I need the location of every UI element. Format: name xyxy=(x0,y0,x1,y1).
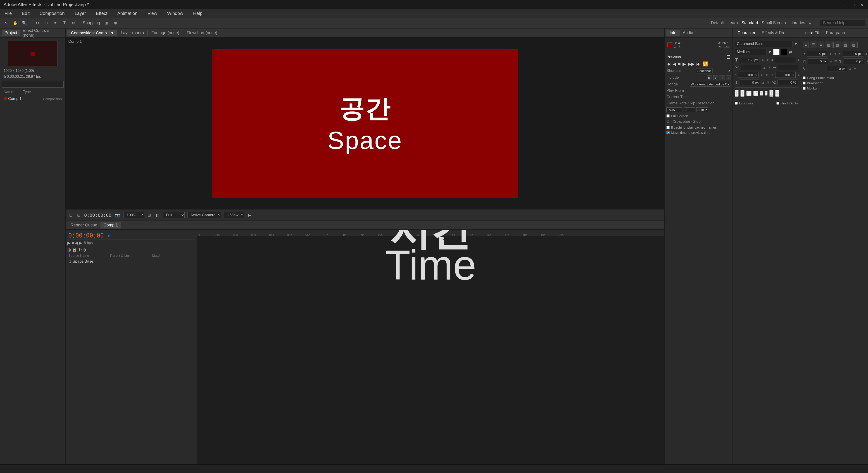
stroke-color-swatch[interactable] xyxy=(781,49,787,55)
font-size-down[interactable]: ▼ xyxy=(766,58,769,62)
align-right-btn[interactable]: ≡ xyxy=(818,42,824,48)
viewer-region-button[interactable]: ⊡ xyxy=(68,212,73,218)
fps-input[interactable] xyxy=(666,107,682,112)
tl-motion-blur[interactable]: ◑ xyxy=(83,247,86,252)
hang-punctuation-checkbox[interactable] xyxy=(803,76,806,79)
pen-tool[interactable]: ✒ xyxy=(52,20,59,27)
full-screen-checkbox[interactable] xyxy=(666,114,670,117)
tl-lock[interactable]: 🔒 xyxy=(72,247,77,252)
workspace-learn[interactable]: Learn xyxy=(727,21,738,25)
font-search-icon[interactable]: ▼ xyxy=(794,42,798,46)
t-strikethrough-btn[interactable]: T xyxy=(775,90,779,97)
tl-stop-button[interactable]: ■ xyxy=(71,241,74,245)
mojikumi-checkbox[interactable] xyxy=(803,87,806,90)
font-size-input[interactable] xyxy=(739,57,760,63)
layer-row-1[interactable]: 1 Space Base xyxy=(67,258,195,265)
resolution-select[interactable]: Full Half Quarter xyxy=(163,212,185,218)
tracking-input[interactable] xyxy=(778,65,798,70)
kerning-down[interactable]: ▼ xyxy=(768,66,771,70)
brush-tool[interactable]: ✏ xyxy=(70,20,77,27)
tab-audio[interactable]: Audio xyxy=(680,30,696,36)
tab-paragraph[interactable]: Paragraph xyxy=(823,30,848,36)
menu-window[interactable]: Window xyxy=(165,10,185,17)
align-center-btn[interactable]: ☰ xyxy=(810,42,817,48)
viewer-transparency[interactable]: ◧ xyxy=(155,212,160,218)
tab-info[interactable]: Info xyxy=(666,30,680,36)
v-scale-up[interactable]: ▲ xyxy=(760,73,764,77)
timeline-time-display[interactable]: 0;00;00;00 xyxy=(68,232,104,239)
workspace-standard[interactable]: Standard xyxy=(742,21,758,25)
kerning-up[interactable]: ▲ xyxy=(763,66,766,70)
t-smallcaps-btn[interactable]: Tт xyxy=(753,91,758,96)
maximize-button[interactable]: □ xyxy=(852,2,856,7)
tab-composition[interactable]: Composition: Comp 1 ▾ xyxy=(67,30,117,36)
project-item-comp1[interactable]: Comp 1 Composition xyxy=(2,95,64,102)
tab-effect-controls[interactable]: Effect Controls (none) xyxy=(20,27,64,39)
align-left-btn[interactable]: ≡ xyxy=(803,42,809,48)
tab-fill[interactable]: sure Fill xyxy=(802,30,823,36)
preview-last-frame[interactable]: ⏭ xyxy=(696,62,701,67)
v-scale-down[interactable]: ▼ xyxy=(765,73,769,77)
indent-left-input[interactable] xyxy=(807,51,827,57)
minimize-button[interactable]: – xyxy=(843,2,848,7)
skip-input[interactable] xyxy=(684,107,695,112)
preview-first-frame[interactable]: ⏮ xyxy=(666,62,671,67)
camera-select[interactable]: Active Camera xyxy=(187,212,221,218)
space-before-input[interactable] xyxy=(808,58,828,64)
text-tool[interactable]: T xyxy=(61,20,68,27)
kerning-input[interactable] xyxy=(741,65,761,70)
baseline-down[interactable]: ▼ xyxy=(767,80,770,85)
close-button[interactable]: ✕ xyxy=(860,2,864,7)
tsume-input[interactable] xyxy=(777,79,798,85)
shape-tool[interactable]: □ xyxy=(43,20,50,27)
workspace-libraries[interactable]: Libraries xyxy=(789,21,805,25)
include-audio[interactable]: ♪ xyxy=(713,75,718,80)
font-style-arrow[interactable]: ▼ xyxy=(768,50,772,55)
space-before-up[interactable]: ▲ xyxy=(829,59,833,63)
t-allcaps-btn[interactable]: TT xyxy=(746,91,752,96)
if-caching-checkbox[interactable] xyxy=(666,126,670,129)
h-scale-input[interactable] xyxy=(775,72,796,78)
selection-tool[interactable]: ↖ xyxy=(3,20,10,27)
tab-character[interactable]: Character xyxy=(734,30,758,36)
menu-file[interactable]: File xyxy=(3,10,13,17)
timeline-marker[interactable]: ⬦ xyxy=(107,233,110,238)
tl-next-frame[interactable]: ▶ xyxy=(79,240,82,245)
preview-stop[interactable]: ■ xyxy=(678,62,681,67)
shortcut-reset[interactable]: ↺ xyxy=(727,68,731,73)
baseline-up[interactable]: ▲ xyxy=(762,80,765,85)
menu-animation[interactable]: Animation xyxy=(116,10,140,17)
menu-help[interactable]: Help xyxy=(191,10,204,17)
tl-prev-frame[interactable]: ◀ xyxy=(75,240,78,245)
viewer-aspect-ratio[interactable]: ⊞ xyxy=(147,212,152,218)
magnification-select[interactable]: 100% 50% 200% xyxy=(124,212,144,218)
view-count-select[interactable]: 1 View xyxy=(224,212,244,218)
line-height-input[interactable] xyxy=(775,57,795,63)
space-after-input[interactable] xyxy=(844,58,864,64)
tl-shy[interactable]: 👁 xyxy=(78,247,82,252)
tab-render-queue[interactable]: Render Queue xyxy=(67,222,100,229)
tab-layer[interactable]: Layer (none) xyxy=(117,30,148,36)
viewer-render-button[interactable]: ▶ xyxy=(247,212,252,218)
include-video[interactable]: ▶ xyxy=(707,75,712,80)
font-name-input[interactable] xyxy=(735,41,793,47)
baseline-input[interactable] xyxy=(740,79,760,85)
space-before-down[interactable]: ▼ xyxy=(834,59,838,63)
preview-play-pause[interactable]: ▶ xyxy=(682,61,686,67)
project-search-input[interactable] xyxy=(2,81,64,88)
tab-footage[interactable]: Footage (none) xyxy=(148,30,183,36)
tab-effects-presets[interactable]: Effects & Pre xyxy=(758,30,788,36)
t-sub-btn[interactable]: T xyxy=(765,91,768,96)
search-input[interactable] xyxy=(820,20,865,26)
justify-all-btn[interactable]: ▤ xyxy=(850,42,858,48)
viewer-grid-button[interactable]: ⊞ xyxy=(76,212,82,218)
snapping-extra[interactable]: ⊕ xyxy=(112,20,119,27)
font-size-up[interactable]: ▲ xyxy=(761,58,765,62)
preview-options-btn[interactable]: ☰ xyxy=(726,55,731,60)
shortcut-value[interactable]: Spacebar xyxy=(696,68,713,73)
indent-right-up[interactable]: ▲ xyxy=(865,52,868,56)
font-style-input[interactable] xyxy=(735,49,767,55)
compose-using-checkbox[interactable] xyxy=(803,81,806,85)
rotate-tool[interactable]: ↻ xyxy=(34,20,41,27)
include-extra[interactable]: ↕ xyxy=(726,75,731,80)
